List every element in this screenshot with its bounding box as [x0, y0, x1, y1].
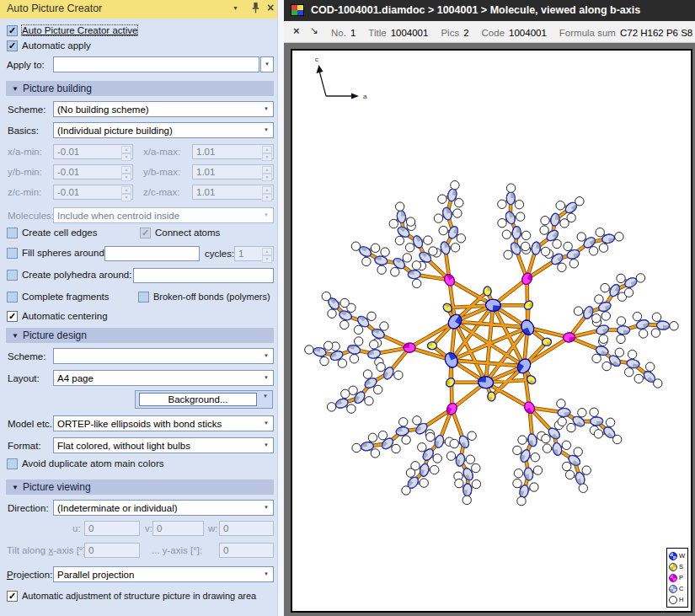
atom-H	[466, 455, 474, 463]
w-field[interactable]: 0	[219, 521, 274, 536]
automatic-apply-label[interactable]: Automatic apply	[22, 40, 91, 51]
create-polyhedra-label[interactable]: Create polyhedra around:	[22, 270, 131, 280]
apply-to-combo[interactable]	[53, 56, 259, 72]
a-axis-label: a	[363, 93, 367, 100]
fill-spheres-label[interactable]: Fill spheres around:	[22, 248, 107, 258]
layout-label: Layout:	[8, 373, 40, 383]
picture-page[interactable]: a c WSPCH	[291, 49, 692, 613]
xa-max-field[interactable]: 1.01 ▲▼	[192, 144, 274, 159]
v-field[interactable]: 0	[152, 521, 204, 536]
fill-spheres-field[interactable]	[104, 246, 200, 261]
format-combo[interactable]: Flat colored, without light bulbs ▼	[53, 437, 274, 453]
avoid-duplicate-label[interactable]: Avoid duplicate atom main colors	[22, 458, 164, 469]
record-fields: No.1 Title1004001 Pics2 Code1004001 Form…	[331, 21, 695, 42]
structure-drawing[interactable]: a c	[292, 51, 691, 611]
basics-combo[interactable]: (Individual picture building) ▼	[53, 122, 274, 138]
avoid-duplicate-checkbox[interactable]	[7, 458, 18, 469]
tilt-y-field[interactable]: 0	[219, 543, 274, 558]
yb-min-field[interactable]: -0.01 ▲▼	[53, 164, 133, 179]
tilt-x-label: Tilt along x-axis [°]:	[7, 545, 88, 555]
active-checkbox[interactable]: ✓	[7, 25, 18, 36]
atom-H	[651, 329, 660, 337]
atom-S	[522, 299, 534, 311]
atom-H	[646, 362, 655, 371]
atom-H	[424, 236, 432, 244]
atom-H	[381, 248, 389, 256]
spinner[interactable]: ▲▼	[121, 166, 131, 178]
automatic-centering-checkbox[interactable]: ✓	[7, 311, 18, 322]
section-label: Picture viewing	[23, 481, 91, 493]
model-combo[interactable]: ORTEP-like ellipsoids with bond sticks ▼	[53, 415, 274, 431]
fill-spheres-checkbox[interactable]	[7, 248, 18, 259]
automatic-centering-label[interactable]: Automatic centering	[22, 311, 108, 321]
active-checkbox-label[interactable]: Auto Picture Creator active	[22, 25, 137, 35]
automatic-apply-checkbox[interactable]: ✓	[7, 40, 18, 51]
projection-combo[interactable]: Parallel projection ▼	[53, 566, 274, 582]
tilt-y-label: ... y-axis [°]:	[152, 545, 202, 555]
spinner[interactable]: ▲▼	[262, 186, 272, 198]
atom-H	[589, 247, 597, 255]
chevron-down-icon[interactable]: ▼	[259, 394, 271, 399]
tilt-x-field[interactable]: 0	[84, 543, 140, 558]
background-button[interactable]: Background...	[139, 393, 257, 406]
broken-off-bonds-checkbox[interactable]	[138, 292, 149, 303]
direction-combo[interactable]: (Indeterminate or individual) ▼	[53, 500, 274, 516]
spinner[interactable]: ▲▼	[262, 166, 272, 178]
atom-H	[450, 439, 458, 447]
section-label: Picture design	[23, 329, 87, 341]
spinner[interactable]: ▲▼	[262, 146, 272, 158]
legend-element-label: W	[679, 552, 685, 560]
broken-off-bonds-label[interactable]: Broken-off bonds (polymers)	[153, 292, 270, 302]
create-cell-edges-checkbox[interactable]	[7, 228, 18, 238]
field-code: Code1004001	[482, 24, 547, 40]
atom-H	[403, 254, 411, 262]
pin-icon[interactable]	[251, 2, 260, 16]
chevron-down-icon: ▼	[260, 568, 272, 581]
atom-H	[634, 374, 643, 383]
create-polyhedra-field[interactable]	[133, 268, 274, 283]
auto-adjust-label[interactable]: Automatic adjustment of structure pictur…	[22, 591, 256, 601]
apply-to-dropdown-button[interactable]: ▼	[260, 56, 274, 72]
atom-H	[451, 244, 459, 252]
spinner[interactable]: ▲▼	[121, 186, 131, 198]
spinner[interactable]: ▲▼	[121, 146, 131, 158]
complete-fragments-checkbox[interactable]	[7, 292, 18, 303]
spin-down-icon: ▼	[262, 153, 272, 161]
atom-H	[617, 317, 625, 325]
direction-value: (Indeterminate or individual)	[57, 503, 259, 513]
atom-H	[556, 201, 564, 210]
drawing-workspace: a c WSPCH	[284, 43, 695, 616]
legend-element-label: C	[679, 585, 683, 592]
layout-combo[interactable]: A4 page ▼	[53, 370, 274, 386]
cycles-field[interactable]: 1 ▲▼	[234, 246, 274, 261]
scheme-label: Scheme:	[8, 104, 45, 115]
u-field[interactable]: 0	[84, 521, 140, 536]
yb-max-field[interactable]: 1.01 ▲▼	[192, 164, 274, 179]
create-cell-edges-label[interactable]: Create cell edges	[22, 228, 98, 238]
chevron-down-icon: ▼	[260, 372, 272, 384]
zc-max-field[interactable]: 1.01 ▲▼	[192, 185, 274, 200]
chevron-down-icon: ▼	[260, 417, 272, 430]
spinner[interactable]: ▲▼	[262, 248, 272, 260]
section-picture-building[interactable]: ▼Picture building	[6, 81, 274, 96]
panel-splitter[interactable]	[277, 0, 284, 616]
zc-min-field[interactable]: -0.01 ▲▼	[53, 185, 133, 200]
arrow-southeast-icon[interactable]: ↘	[310, 24, 318, 36]
xa-min-field[interactable]: -0.01 ▲▼	[53, 144, 133, 159]
close-icon[interactable]: ×	[293, 24, 300, 37]
atom-H	[462, 495, 471, 504]
atom-H	[513, 446, 521, 454]
atom-H	[533, 466, 542, 474]
complete-fragments-label[interactable]: Complete fragments	[22, 292, 110, 302]
section-picture-viewing[interactable]: ▼Picture viewing	[6, 479, 274, 495]
panel-menu-icon[interactable]: ▼	[233, 5, 238, 11]
building-scheme-combo[interactable]: (No building scheme) ▼	[53, 101, 274, 117]
auto-adjust-checkbox[interactable]: ✓	[7, 591, 18, 602]
atom-P	[404, 343, 416, 353]
close-icon[interactable]: ×	[267, 1, 274, 14]
atom-H	[370, 340, 378, 349]
design-scheme-combo[interactable]: ▼	[53, 348, 274, 364]
section-picture-design[interactable]: ▼Picture design	[6, 328, 274, 343]
create-polyhedra-checkbox[interactable]	[7, 270, 18, 281]
atom-H	[633, 312, 641, 320]
